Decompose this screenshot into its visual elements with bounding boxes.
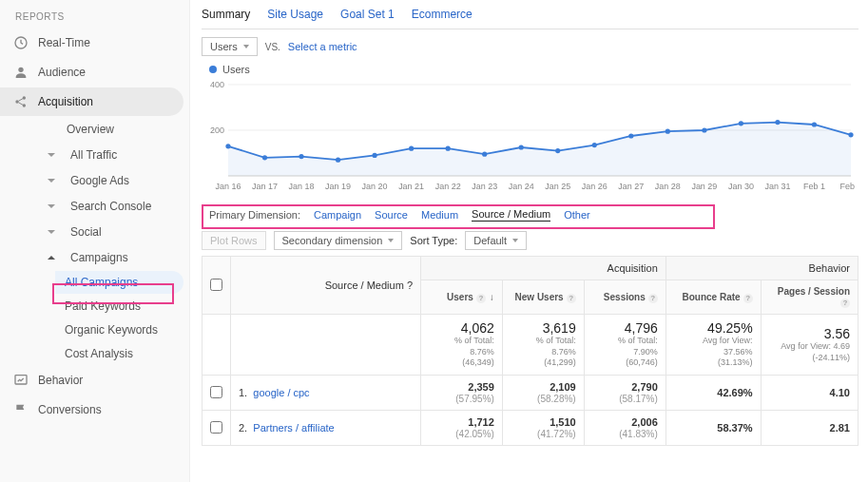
svg-text:Jan 30: Jan 30 [728,182,754,191]
sidebar-subsub-organickeywords[interactable]: Organic Keywords [55,318,183,341]
svg-text:Jan 17: Jan 17 [252,182,278,191]
chevron-down-icon [388,239,394,242]
sidebar-sub-overview[interactable]: Overview [38,117,183,142]
sidebar-subsub-costanalysis[interactable]: Cost Analysis [55,342,183,365]
sidebar-item-realtime[interactable]: Real-Time [0,29,183,57]
sort-type-dropdown[interactable]: Default [465,231,527,250]
help-icon[interactable]: ? [840,299,850,308]
col-users[interactable]: Users?↓ [421,280,503,315]
flag-icon [13,402,29,417]
col-bouncerate[interactable]: Bounce Rate? [665,280,761,315]
primary-col-header: Source / Medium ? [231,257,421,315]
svg-text:Jan 25: Jan 25 [545,182,570,191]
dim-sourcemedium[interactable]: Source / Medium [472,208,550,222]
svg-text:400: 400 [210,80,224,89]
sidebar-heading: REPORTS [0,6,189,28]
sidebar-subsub-paidkeywords[interactable]: Paid Keywords [55,295,183,318]
sidebar-sub-googleads[interactable]: Google Ads [38,168,183,193]
help-icon[interactable]: ? [567,294,576,303]
svg-text:Jan 20: Jan 20 [362,182,388,191]
data-table: Source / Medium ? Acquisition Behavior U… [202,256,858,446]
sidebar-item-label: Behavior [38,374,83,387]
svg-text:200: 200 [210,125,224,135]
col-pagessession[interactable]: Pages / Session? [761,280,858,315]
caret-icon [48,204,55,208]
svg-text:Jan 26: Jan 26 [582,182,608,191]
dim-campaign[interactable]: Campaign [314,209,361,221]
svg-point-34 [409,146,414,151]
secondary-dimension-dropdown[interactable]: Secondary dimension [274,231,403,250]
sidebar-sub-campaigns[interactable]: Campaigns [38,245,183,270]
svg-text:Jan 19: Jan 19 [325,182,351,191]
svg-point-35 [446,146,451,151]
svg-point-30 [262,155,267,160]
sidebar-sub-social[interactable]: Social [38,220,183,244]
svg-point-3 [23,96,26,99]
table-row[interactable]: 2. Partners / affiliate1,712 (42.05%)1,5… [203,411,858,446]
dim-other[interactable]: Other [564,209,593,221]
svg-point-44 [775,120,780,125]
sidebar-item-acquisition[interactable]: Acquisition [0,87,183,116]
clock-icon [13,35,29,50]
svg-point-36 [482,152,487,157]
share-icon [13,94,29,109]
sidebar-item-audience[interactable]: Audience [0,58,183,87]
caret-icon [48,230,55,234]
checkbox-header[interactable] [203,257,231,315]
tab-siteusage[interactable]: Site Usage [267,6,323,25]
row-link[interactable]: google / cpc [253,387,309,398]
table-toolbar: Plot Rows Secondary dimension Sort Type:… [202,231,858,250]
select-all-checkbox[interactable] [210,279,222,291]
primary-dimension-label: Primary Dimension: [209,209,300,221]
sidebar-subsub-allcampaigns[interactable]: All Campaigns [55,271,183,294]
sidebar-item-conversions[interactable]: Conversions [0,395,183,424]
svg-text:Jan 29: Jan 29 [691,182,717,191]
help-icon[interactable]: ? [407,280,413,291]
sidebar-item-label: Audience [38,66,86,79]
svg-point-46 [848,132,853,137]
dim-medium[interactable]: Medium [421,209,458,221]
help-icon[interactable]: ? [476,294,486,303]
svg-text:Jan 27: Jan 27 [618,182,644,191]
col-sessions[interactable]: Sessions? [584,280,665,315]
svg-point-45 [812,122,817,126]
tab-ecommerce[interactable]: Ecommerce [412,6,473,25]
caret-up-icon [48,256,55,260]
svg-point-41 [665,129,670,134]
line-chart[interactable]: 200400Jan 16Jan 17Jan 18Jan 19Jan 20Jan … [209,79,855,193]
chevron-down-icon [512,239,518,242]
svg-point-33 [373,153,377,158]
svg-point-32 [336,158,340,163]
tab-summary[interactable]: Summary [202,6,250,25]
sort-arrow-icon: ↓ [490,292,494,302]
sort-type-label: Sort Type: [410,235,457,246]
svg-text:Jan 28: Jan 28 [655,182,681,191]
metric-dropdown[interactable]: Users [202,37,258,56]
svg-text:Jan 21: Jan 21 [398,182,424,191]
person-icon [13,65,29,80]
chart-legend: Users [209,64,858,75]
select-metric-link[interactable]: Select a metric [288,41,357,52]
sidebar-sub-alltraffic[interactable]: All Traffic [38,143,183,167]
svg-rect-5 [15,376,27,384]
sidebar-item-label: Conversions [38,403,102,416]
help-icon[interactable]: ? [743,294,753,303]
col-newusers[interactable]: New Users? [502,280,584,315]
row-checkbox[interactable] [210,421,222,434]
sidebar-item-label: Real-Time [38,36,90,49]
dim-source[interactable]: Source [375,209,408,221]
svg-text:Jan 16: Jan 16 [215,182,241,191]
row-checkbox[interactable] [210,386,222,398]
report-tabs: Summary Site Usage Goal Set 1 Ecommerce [202,6,858,29]
sidebar-item-label: Acquisition [38,95,93,108]
svg-text:Jan 18: Jan 18 [289,182,315,191]
table-row[interactable]: 1. google / cpc2,359 (57.95%)2,109 (58.2… [203,376,858,411]
behavior-icon [13,373,29,388]
sidebar-sub-searchconsole[interactable]: Search Console [38,194,183,219]
tab-goalset1[interactable]: Goal Set 1 [340,6,395,25]
help-icon[interactable]: ? [648,294,658,303]
row-link[interactable]: Partners / affiliate [253,422,334,434]
sidebar-item-behavior[interactable]: Behavior [0,366,183,395]
svg-text:Jan 31: Jan 31 [764,182,790,191]
svg-point-4 [23,104,26,106]
